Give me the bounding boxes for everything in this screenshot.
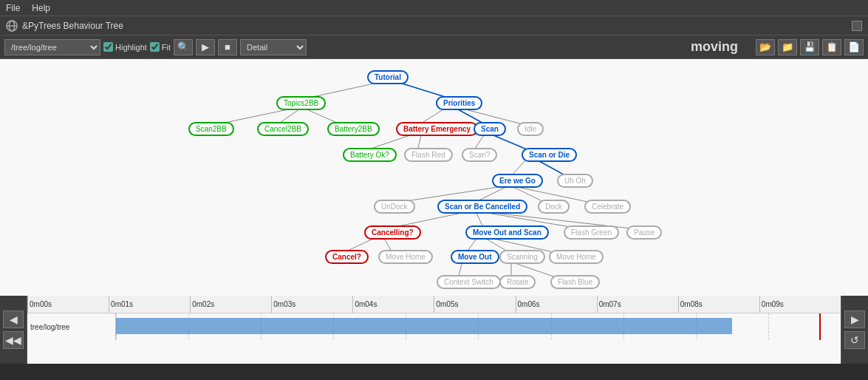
node-move_out[interactable]: Move Out xyxy=(451,250,499,264)
detail-dropdown[interactable]: Detail xyxy=(240,39,307,55)
highlight-checkbox[interactable] xyxy=(103,42,113,52)
node-tutorial[interactable]: Tutorial xyxy=(367,70,409,84)
time-tick: 0m01s xyxy=(109,296,190,313)
node-scan[interactable]: Scan xyxy=(474,122,506,136)
toolbar: /tree/log/tree Highlight Fit 🔍 ▶ ■ Detai… xyxy=(0,35,868,59)
time-ruler: 0m00s0m01s0m02s0m03s0m04s0m05s0m06s0m07s… xyxy=(27,296,841,313)
time-tick: 0m07s xyxy=(597,296,678,313)
time-tick: 0m00s xyxy=(27,296,109,313)
node-flash_green[interactable]: Flash Green xyxy=(564,225,619,240)
track-content[interactable] xyxy=(116,313,841,340)
node-dock[interactable]: Dock xyxy=(538,200,570,214)
menubar: File Help xyxy=(0,0,868,16)
node-cancel2bb[interactable]: Cancel2BB xyxy=(257,122,309,136)
timeline-scroll[interactable]: 0m00s0m01s0m02s0m03s0m04s0m05s0m06s0m07s… xyxy=(27,296,841,364)
node-scan2bb[interactable]: Scan2BB xyxy=(188,122,234,136)
save-as-icon[interactable]: 📋 xyxy=(822,39,841,55)
node-celebrate[interactable]: Celebrate xyxy=(584,200,631,214)
timeline-forward-button[interactable]: ↺ xyxy=(844,331,865,349)
menu-help[interactable]: Help xyxy=(32,3,50,13)
node-flash_red[interactable]: Flash Red xyxy=(404,148,453,162)
fit-check[interactable]: Fit xyxy=(150,42,171,52)
export-icon[interactable]: 📄 xyxy=(844,39,864,55)
stop-button[interactable]: ■ xyxy=(218,39,237,55)
menu-file[interactable]: File xyxy=(6,3,20,13)
timeline-prev-button[interactable]: ◀ xyxy=(3,311,24,328)
connection-lines xyxy=(0,59,868,296)
time-tick: 0m08s xyxy=(678,296,759,313)
node-battery_ok[interactable]: Battery Ok? xyxy=(343,148,397,162)
titlebar: &PyTrees Behaviour Tree xyxy=(0,16,868,35)
node-context_switch[interactable]: Context Switch xyxy=(437,275,501,289)
node-scan_or_die[interactable]: Scan or Die xyxy=(522,148,577,162)
node-priorities[interactable]: Priorities xyxy=(436,96,482,110)
play-button[interactable]: ▶ xyxy=(196,39,215,55)
save-icon[interactable]: 💾 xyxy=(800,39,819,55)
path-dropdown[interactable]: /tree/log/tree xyxy=(4,39,100,55)
node-undock[interactable]: UnDock xyxy=(374,200,415,214)
folder-open-icon[interactable]: 📂 xyxy=(756,39,775,55)
node-move_home2[interactable]: Move Home xyxy=(549,250,604,264)
node-rotate[interactable]: Rotate xyxy=(499,275,536,289)
timeline-cursor xyxy=(819,313,821,340)
track-dash xyxy=(768,313,841,340)
globe-icon xyxy=(6,20,18,32)
main-canvas: TutorialTopics2BBPrioritiesScan2BBCancel… xyxy=(0,59,868,296)
highlight-check[interactable]: Highlight xyxy=(103,42,147,52)
track-bar-blue xyxy=(116,318,732,334)
fit-checkbox[interactable] xyxy=(150,42,160,52)
time-tick: 0m02s xyxy=(190,296,271,313)
node-pause[interactable]: Pause xyxy=(626,225,662,240)
time-tick: 0m09s xyxy=(759,296,841,313)
node-battery2bb[interactable]: Battery2BB xyxy=(327,122,380,136)
node-scanning[interactable]: Scanning xyxy=(499,250,545,264)
node-move_out_scan[interactable]: Move Out and Scan xyxy=(465,225,549,240)
node-cancel[interactable]: Cancel? xyxy=(325,250,369,264)
node-scan_q[interactable]: Scan? xyxy=(462,148,497,162)
folder-icon[interactable]: 📁 xyxy=(778,39,797,55)
app-title: &PyTrees Behaviour Tree xyxy=(22,21,123,31)
zoom-button[interactable]: 🔍 xyxy=(174,39,193,55)
timeline: ◀ ◀◀ 0m00s0m01s0m02s0m03s0m04s0m05s0m06s… xyxy=(0,296,868,364)
time-tick: 0m04s xyxy=(352,296,434,313)
node-cancelling[interactable]: Cancelling? xyxy=(364,225,421,240)
node-battery_emergency[interactable]: Battery Emergency xyxy=(396,122,478,136)
timeline-back-button[interactable]: ◀◀ xyxy=(3,331,24,349)
time-tick: 0m03s xyxy=(271,296,352,313)
track-area: tree/log/tree xyxy=(27,313,841,340)
node-uh_oh[interactable]: Uh Oh xyxy=(557,174,593,188)
node-move_home[interactable]: Move Home xyxy=(378,250,433,264)
time-tick: 0m05s xyxy=(434,296,515,313)
node-flash_blue[interactable]: Flash Blue xyxy=(550,275,600,289)
timeline-next-button[interactable]: ▶ xyxy=(844,311,865,328)
status-label: moving xyxy=(691,39,738,55)
node-ere_we_go[interactable]: Ere we Go xyxy=(492,174,543,188)
track-label: tree/log/tree xyxy=(27,313,116,340)
title-checkbox[interactable] xyxy=(852,21,862,31)
node-idle[interactable]: Idle xyxy=(517,122,544,136)
time-tick: 0m06s xyxy=(516,296,597,313)
node-scan_or_be[interactable]: Scan or Be Cancelled xyxy=(437,200,527,214)
node-topics2bb[interactable]: Topics2BB xyxy=(276,96,326,110)
